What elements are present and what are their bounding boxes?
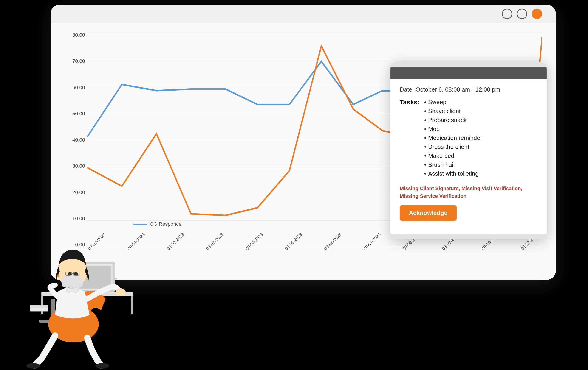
y-label-60: 60.00 [72,85,85,90]
tasks-list: Sweep Shave client Prepare snack Mop Med… [424,99,482,179]
window-close-button[interactable] [532,9,542,19]
task-brush: Brush hair [424,161,482,168]
task-snack: Prepare snack [424,117,482,124]
y-label-80: 80.00 [72,32,85,38]
tasks-section: Tasks: Sweep Shave client Prepare snack … [400,99,537,179]
task-medication: Medication reminder [424,134,482,141]
card-body: Date: October 6, 08:00 am - 12:00 pm Tas… [390,79,547,230]
detail-card: Date: October 6, 08:00 am - 12:00 pm Tas… [390,62,547,239]
task-bed: Make bed [424,152,482,160]
svg-point-22 [95,363,109,369]
svg-point-21 [26,363,40,369]
missing-info: Missing Client Signature, Missing Visit … [400,185,537,200]
person-illustration [0,164,161,370]
svg-rect-25 [62,276,83,287]
window-controls [502,9,542,19]
y-label-40: 40.00 [72,137,85,143]
y-label-50: 50.00 [72,111,85,117]
card-bottom-bar [390,234,547,239]
window-maximize-button[interactable] [517,9,527,19]
y-label-70: 70.00 [72,58,85,64]
acknowledge-button[interactable]: Acknowledge [400,205,457,221]
card-header-bar [390,67,547,79]
tasks-label: Tasks: [400,99,420,179]
task-mop: Mop [424,125,482,133]
task-toileting: Assist with toileting [424,170,482,177]
window-minimize-button[interactable] [502,9,512,19]
svg-rect-11 [131,296,133,314]
svg-rect-13 [30,305,48,308]
card-date: Date: October 6, 08:00 am - 12:00 pm [400,86,537,93]
svg-point-27 [74,272,78,275]
card-top-bar [390,62,547,67]
task-shave: Shave client [424,108,482,115]
svg-point-23 [116,288,126,296]
task-sweep: Sweep [424,99,482,106]
task-dress: Dress the client [424,143,482,150]
scene: 80.00 70.00 60.00 50.00 40.00 30.00 20.0… [0,0,588,370]
svg-point-28 [56,275,59,277]
svg-rect-12 [30,308,48,311]
browser-chrome [51,5,556,23]
